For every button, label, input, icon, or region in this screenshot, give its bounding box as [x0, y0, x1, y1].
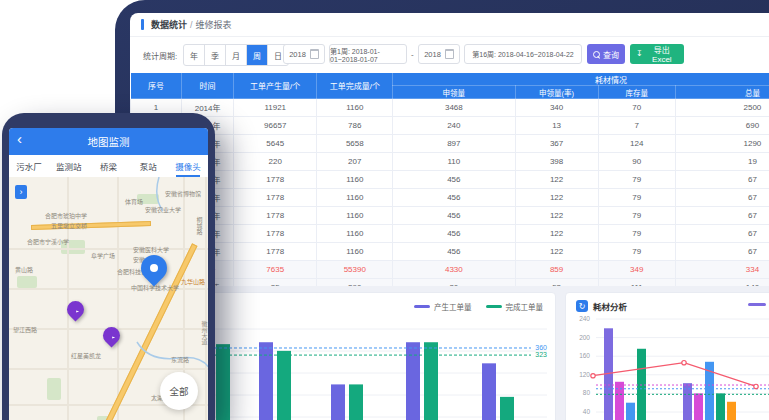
- table-row[interactable]: 32016年564556588973671241290: [131, 135, 769, 153]
- table-cell: 79: [598, 171, 675, 189]
- sub-column-header: 申领量: [393, 86, 515, 99]
- map-label: 徽州大道: [200, 321, 208, 345]
- column-header: 工单完成量/个: [317, 73, 393, 99]
- table-cell: 67: [675, 171, 769, 189]
- table-row[interactable]: 52018年177811604561227967: [131, 171, 769, 189]
- map-label: 合肥市琥珀中学: [45, 211, 87, 220]
- table-cell: 5645: [234, 135, 317, 153]
- year-start-select[interactable]: 2018: [283, 44, 325, 64]
- map-expand-button[interactable]: ›: [15, 185, 27, 199]
- period-segmented-control: 年季月周日: [183, 44, 289, 66]
- table-cell: 897: [393, 135, 515, 153]
- page: 数据统计 / 维修报表 统计周期: 年季月周日 2018 第1周: 2018-0…: [0, 0, 769, 420]
- breadcrumb-section: 数据统计: [151, 18, 187, 31]
- table-cell: 1160: [317, 171, 393, 189]
- table-cell: 122: [515, 225, 598, 243]
- phone-screen: ‹ 地图监测 污水厂监测站桥梁泵站摄像头: [9, 128, 208, 420]
- week-end-input[interactable]: 第16周: 2018-04-16~2018-04-22: [464, 44, 582, 64]
- period-option-周[interactable]: 周: [247, 45, 268, 65]
- map-label: 桐城路: [195, 217, 204, 235]
- total-row: 合计7635553904330859349334: [131, 261, 769, 279]
- group-header: 耗材情况: [393, 73, 769, 86]
- map-label: 体育场: [125, 197, 143, 206]
- table-cell: 11921: [234, 99, 317, 117]
- repair-report-table: 序号时间工单产生量/个工单完成量/个耗材情况申领量申领量(率)库存量总量1201…: [130, 72, 769, 297]
- table-row[interactable]: 62019年177811604561227967: [131, 189, 769, 207]
- range-separator: -: [411, 50, 414, 59]
- tab-桥梁[interactable]: 桥梁: [89, 155, 129, 177]
- table-cell: 4330: [393, 261, 515, 279]
- query-button[interactable]: 查询: [587, 44, 625, 64]
- table-cell: 334: [675, 261, 769, 279]
- svg-text:323: 323: [535, 351, 547, 358]
- table-cell: 55390: [317, 261, 393, 279]
- table-row[interactable]: 22015年96657786240137690: [131, 117, 769, 135]
- map-label: 五里墩立交桥: [51, 221, 87, 230]
- table-cell: 1160: [317, 243, 393, 261]
- table-cell: 240: [393, 117, 515, 135]
- consumables-bar-line-chart: 2402001601208040: [566, 293, 769, 420]
- map-view[interactable]: › 体育场安徽农业大学安徽省博物馆合肥市琥珀中学五里墩立交桥桐城路合肥市宁溪小学…: [9, 177, 208, 420]
- map-label: 黄山路: [15, 265, 33, 274]
- phone-device: ‹ 地图监测 污水厂监测站桥梁泵站摄像头: [2, 113, 215, 420]
- table-cell: 79: [598, 225, 675, 243]
- table-cell: 122: [515, 189, 598, 207]
- calendar-icon: [310, 49, 319, 59]
- all-filter-button[interactable]: 全部: [160, 372, 198, 410]
- table-cell: 1778: [234, 171, 317, 189]
- table-cell: 456: [393, 207, 515, 225]
- table-row[interactable]: 82021年177811604561227967: [131, 225, 769, 243]
- table-cell: 124: [598, 135, 675, 153]
- map-label: 东流路: [171, 355, 189, 364]
- table-cell: 1778: [234, 225, 317, 243]
- svg-text:360: 360: [535, 344, 547, 351]
- table-cell: 110: [393, 153, 515, 171]
- table-cell: 96657: [234, 117, 317, 135]
- filter-bar: 统计周期: 年季月周日 2018 第1周: 2018-01-01~2018-01…: [130, 37, 769, 73]
- table-cell: 19: [675, 153, 769, 171]
- tab-污水厂[interactable]: 污水厂: [9, 155, 49, 177]
- query-button-label: 查询: [603, 49, 619, 60]
- table-cell: 67: [675, 189, 769, 207]
- table-row[interactable]: 42017年2202071103989019: [131, 153, 769, 171]
- back-icon[interactable]: ‹: [17, 130, 22, 147]
- week-end-value: 第16周: 2018-04-16~2018-04-22: [472, 49, 573, 59]
- table-cell: 1160: [317, 189, 393, 207]
- table-cell: 70: [598, 99, 675, 117]
- consumables-chart-panel: ↻ 耗材分析 2402001601208040: [565, 292, 769, 420]
- table-cell: 367: [515, 135, 598, 153]
- table-cell: 3468: [393, 99, 515, 117]
- table-cell: 13: [515, 117, 598, 135]
- table-cell: 2500: [675, 99, 769, 117]
- map-label: 安徽农业大学: [145, 205, 181, 214]
- year-end-select[interactable]: 2018: [418, 44, 460, 64]
- svg-text:120: 120: [579, 371, 590, 378]
- tab-摄像头[interactable]: 摄像头: [168, 155, 208, 177]
- table-cell: 1778: [234, 243, 317, 261]
- period-option-年[interactable]: 年: [184, 45, 205, 65]
- map-category-tabs: 污水厂监测站桥梁泵站摄像头: [9, 155, 208, 178]
- table-cell: 79: [598, 189, 675, 207]
- tab-泵站[interactable]: 泵站: [128, 155, 168, 177]
- map-label: 合肥市宁溪小学: [27, 237, 69, 246]
- year-end-value: 2018: [424, 50, 441, 59]
- table-cell: 207: [317, 153, 393, 171]
- table-row[interactable]: 12014年1192111603468340702500: [131, 99, 769, 117]
- table-cell: 456: [393, 189, 515, 207]
- column-header: 工单产生量/个: [234, 73, 317, 99]
- week-start-input[interactable]: 第1周: 2018-01-01~2018-01-07: [329, 44, 407, 64]
- period-option-月[interactable]: 月: [226, 45, 247, 65]
- year-start-value: 2018: [289, 50, 306, 59]
- tab-监测站[interactable]: 监测站: [49, 155, 89, 177]
- export-excel-button[interactable]: ↧ 导出Excel: [630, 44, 684, 64]
- svg-text:80: 80: [583, 389, 591, 396]
- table-cell: 456: [393, 171, 515, 189]
- column-header: 序号: [131, 73, 182, 99]
- table-row[interactable]: 72020年177811604561227967: [131, 207, 769, 225]
- calendar-icon: [445, 49, 454, 59]
- period-option-季[interactable]: 季: [205, 45, 226, 65]
- table-cell: 1778: [234, 207, 317, 225]
- table-row[interactable]: 92022年177811604561227967: [131, 243, 769, 261]
- breadcrumb-accent-bar: [141, 19, 144, 30]
- table-cell: 90: [598, 153, 675, 171]
